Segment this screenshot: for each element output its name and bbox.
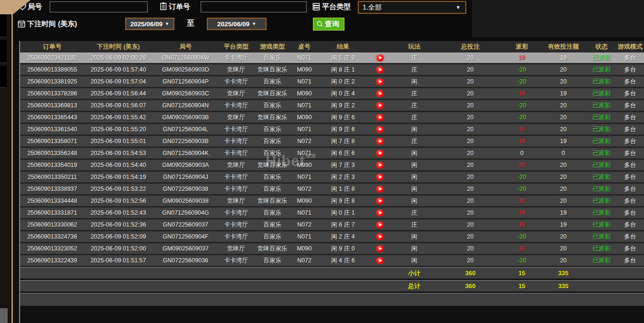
cell-platform: 卡卡湾厅 [219,257,253,265]
cell-bet-time: 2025-06-09 01:57:04 [85,78,152,85]
table-row[interactable]: 250609013323052 2025-06-09 01:52:00 GM09… [20,243,644,255]
play-video-icon[interactable] [376,126,384,133]
col-header-round-no: 局号 [152,42,219,51]
cell-platform: 卡卡湾厅 [219,149,253,157]
cell-game-type: 百家乐 [253,185,291,193]
play-video-icon[interactable] [376,245,384,252]
play-video-icon[interactable] [376,174,384,181]
play-video-icon[interactable] [376,233,384,240]
cell-bet-time: 2025-06-09 01:54:40 [85,162,152,168]
grand-total-total-bet: 360 [437,282,504,290]
table-row[interactable]: 250609013358071 2025-06-09 01:55:01 GN07… [20,136,644,148]
cell-valid-bet: 20 [540,245,587,252]
play-video-icon[interactable] [376,162,384,169]
play-video-icon[interactable] [376,66,384,73]
cell-table-no: M090 [291,114,317,121]
date-to-picker[interactable]: 2025/06/09 ▼ [207,18,267,30]
cell-platform: 竞咪厅 [219,66,253,74]
cell-play-type: 闲 [392,197,437,205]
date-to-value: 2025/06/09 [217,21,250,28]
cell-bet-time: 2025-06-09 01:55:01 [85,138,152,145]
cell-valid-bet: 20 [540,102,587,109]
play-video-icon[interactable] [376,198,384,205]
cell-play-type: 庄 [392,209,437,217]
play-video-icon[interactable] [376,150,384,157]
search-button[interactable]: 查询 [313,18,344,31]
cell-play-type: 闲 [392,185,437,193]
table-row[interactable]: 250609013330062 2025-06-09 01:52:36 GN07… [20,219,644,231]
cell-round-no: GN0712560904L [152,126,219,133]
cell-status: 已派彩 [587,197,616,205]
cell-total-bet: 20 [437,66,504,73]
play-video-icon[interactable] [376,114,384,121]
table-row[interactable]: 250609013369813 2025-06-09 01:56:07 GN07… [20,100,644,112]
clipboard-icon [159,2,168,10]
cell-platform: 竞咪厅 [219,161,253,169]
play-video-icon[interactable] [376,138,384,145]
cell-platform: 卡卡湾厅 [219,209,253,217]
cell-game-mode: 多台 [616,161,644,169]
cell-play-type: 庄 [392,137,437,146]
platform-type-select[interactable]: 1.全部 ▼ [358,1,466,14]
cell-payout: 0 [504,150,540,156]
table-row[interactable]: 250609013331871 2025-06-09 01:52:43 GN07… [20,208,644,219]
date-from-picker[interactable]: 2025/06/09 ▼ [125,18,174,30]
cell-round-no: GM09025609037 [152,245,219,252]
order-number-input[interactable] [201,1,307,12]
table-row[interactable]: 250609013350211 2025-06-09 01:54:19 GN07… [20,172,644,184]
play-video-icon[interactable] [376,209,384,217]
table-row[interactable]: 250609013365443 2025-06-09 01:55:42 GM09… [20,112,644,124]
table-row[interactable]: 250609013324736 2025-06-09 01:52:09 GN07… [20,231,644,243]
cell-table-no: M090 [291,66,317,73]
table-row[interactable]: 250609013322439 2025-06-09 01:51:57 GN07… [20,255,644,267]
play-video-icon[interactable] [376,78,384,85]
cell-valid-bet: 20 [540,186,587,192]
order-number-label: 订单号 [169,2,190,11]
cell-game-mode: 多台 [616,221,644,229]
play-video-icon[interactable] [376,257,384,264]
col-header-total-bet: 总投注 [437,42,504,51]
cell-platform: 卡卡湾厅 [219,125,253,134]
cell-bet-time: 2025-06-09 01:56:44 [85,90,152,97]
table-row[interactable]: 250609013361540 2025-06-09 01:55:20 GN07… [20,124,644,136]
table-row[interactable]: 250609013389055 2025-06-09 01:57:40 GM09… [20,64,644,76]
play-video-icon[interactable] [376,221,384,229]
table-row[interactable]: 250609013381925 2025-06-09 01:57:04 GN07… [20,76,644,88]
chevron-down-icon: ▼ [165,21,169,26]
cell-order-no: 250609013356248 [20,150,85,156]
cell-total-bet: 20 [437,221,504,228]
play-video-icon[interactable] [376,90,384,97]
play-video-icon[interactable] [376,186,384,193]
cell-order-no: 250609013338937 [20,186,85,192]
cell-bet-time: 2025-06-09 01:55:20 [85,126,152,133]
cell-bet-time: 2025-06-09 01:51:57 [85,257,152,264]
cell-bet-time: 2025-06-09 01:52:36 [85,221,152,228]
cell-play-type: 闲 [392,233,437,241]
grand-total-payout: 15 [504,282,540,290]
cell-game-mode: 多台 [616,197,644,205]
cell-game-type: 百家乐 [253,257,291,265]
cell-bet-time: 2025-06-09 01:52:43 [85,209,152,216]
table-row[interactable]: 250609013334448 2025-06-09 01:52:56 GM09… [20,196,644,208]
table-row[interactable]: 250609013356248 2025-06-09 01:54:53 GN07… [20,148,644,160]
play-video-icon[interactable] [376,54,384,62]
table-row[interactable]: 250609013354019 2025-06-09 01:54:40 GM09… [20,160,644,172]
cell-total-bet: 20 [437,138,504,145]
cell-payout: 19 [504,209,540,216]
table-header-row: 订单号 下注时间 (美东) 局号 平台类型 游戏类型 桌号 结果 玩法 总投注 … [20,41,644,52]
cell-game-mode: 多台 [616,185,644,193]
round-number-input[interactable] [50,1,148,12]
cell-payout: -20 [504,114,540,121]
col-header-game-mode: 游戏模式 [616,42,644,51]
cell-result: 闲 0 庄 2 [317,78,369,86]
cell-play-type: 闲 [392,161,437,169]
table-row[interactable]: 250609023421192 2025-06-09 02:00:29 GN07… [20,52,644,64]
cell-status: 已派彩 [587,209,616,217]
cell-payout: 20 [504,245,540,252]
play-video-icon[interactable] [376,102,384,109]
cell-round-no: GN0722560903B [152,138,219,145]
cell-round-no: GM0902560903C [152,90,219,97]
table-row[interactable]: 250609013338937 2025-06-09 01:53:22 GN07… [20,184,644,196]
table-row[interactable]: 250609013378286 2025-06-09 01:56:44 GM09… [20,88,644,100]
cell-total-bet: 20 [437,245,504,252]
